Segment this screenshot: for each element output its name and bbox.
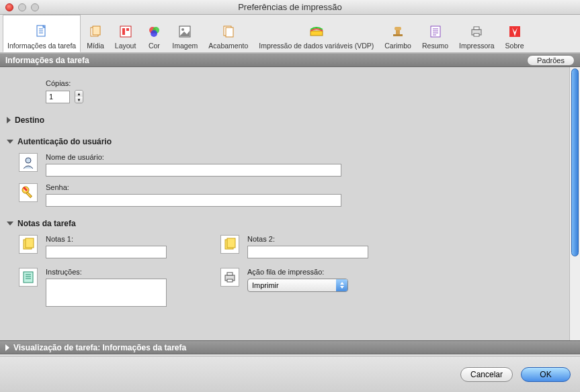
svg-rect-15: [226, 28, 233, 37]
tab-label: Imagem: [172, 42, 198, 50]
section-header: Informações da tarefa Padrões: [0, 53, 580, 67]
svg-point-13: [181, 28, 184, 31]
svg-rect-18: [396, 30, 400, 34]
media-icon: [88, 24, 103, 39]
tab-printer[interactable]: Impressora: [454, 15, 499, 52]
defaults-button[interactable]: Padrões: [527, 55, 575, 66]
instructions-icon: [19, 268, 38, 287]
svg-rect-19: [395, 27, 401, 30]
notas2-label: Notas 2:: [247, 235, 368, 243]
tab-label: Resumo: [422, 42, 448, 50]
group-destino[interactable]: Destino: [7, 115, 563, 125]
queue-label: Ação fila de impressão:: [247, 268, 348, 276]
tab-label: Acabamento: [208, 42, 248, 50]
content-area: Cópias: ▲ ▼ Destino Autenticação do usuá…: [0, 67, 580, 340]
svg-rect-26: [474, 27, 479, 30]
toolbar: Informações da tarefa Mídia Layout Cor I…: [0, 15, 580, 53]
svg-rect-6: [120, 26, 131, 37]
tab-finishing[interactable]: Acabamento: [204, 15, 253, 52]
tab-stamp[interactable]: Carimbo: [380, 15, 416, 52]
username-input[interactable]: [46, 164, 341, 177]
titlebar: Preferências de impressão: [0, 0, 580, 15]
user-icon: [19, 153, 38, 172]
tab-label: Mídia: [87, 42, 104, 50]
svg-rect-42: [227, 273, 233, 275]
about-icon: [507, 24, 522, 39]
stepper-up-icon[interactable]: ▲: [75, 91, 83, 97]
svg-point-11: [151, 30, 157, 37]
scrollbar[interactable]: [569, 67, 580, 340]
tab-vdp[interactable]: Impressão de dados variáveis (VDP): [254, 15, 378, 52]
notas1-input[interactable]: [46, 246, 167, 258]
notas1-label: Notas 1:: [46, 235, 167, 243]
tab-label: Cor: [149, 42, 160, 50]
print-queue-icon: [220, 268, 239, 287]
tab-label: Sobre: [505, 42, 524, 50]
chevron-down-icon: [7, 222, 13, 226]
finishing-icon: [221, 24, 236, 39]
svg-rect-20: [431, 26, 440, 37]
group-label: Autenticação do usuário: [17, 137, 112, 146]
scrollbar-thumb[interactable]: [571, 68, 579, 256]
cancel-button[interactable]: Cancelar: [460, 367, 513, 382]
preview-label: Visualização de tarefa: Informações da t…: [13, 343, 186, 352]
tab-info[interactable]: Informações da tarefa: [3, 15, 81, 52]
svg-rect-16: [310, 31, 323, 36]
tab-image[interactable]: Imagem: [167, 15, 202, 52]
svg-rect-5: [93, 26, 100, 35]
chevron-right-icon: [7, 117, 11, 124]
username-label: Nome de usuário:: [46, 153, 341, 161]
dialog-footer: Cancelar OK: [0, 356, 580, 392]
group-notas[interactable]: Notas da tarefa: [7, 219, 563, 228]
preview-bar[interactable]: Visualização de tarefa: Informações da t…: [0, 340, 580, 354]
group-auth[interactable]: Autenticação do usuário: [7, 137, 563, 146]
tab-summary[interactable]: Resumo: [417, 15, 453, 52]
layout-icon: [118, 24, 133, 39]
svg-point-29: [26, 158, 31, 163]
chevron-right-icon: [5, 344, 9, 351]
password-label: Senha:: [46, 183, 341, 191]
svg-rect-43: [227, 279, 233, 282]
svg-rect-34: [26, 238, 34, 248]
tab-about[interactable]: Sobre: [501, 15, 529, 52]
password-input[interactable]: [46, 194, 341, 207]
ok-button[interactable]: OK: [521, 367, 571, 382]
svg-rect-7: [122, 28, 125, 35]
tab-layout[interactable]: Layout: [110, 15, 141, 52]
tab-label: Impressora: [459, 42, 495, 50]
stamp-icon: [390, 24, 405, 39]
notes-icon: [220, 235, 239, 254]
image-icon: [177, 24, 192, 39]
group-label: Notas da tarefa: [17, 219, 76, 228]
copies-label: Cópias:: [46, 79, 563, 87]
printer-icon: [469, 24, 484, 39]
svg-rect-32: [26, 192, 32, 197]
copies-stepper[interactable]: ▲ ▼: [75, 90, 83, 103]
window-title: Preferências de impressão: [0, 2, 580, 12]
tab-label: Layout: [115, 42, 136, 50]
tab-media[interactable]: Mídia: [82, 15, 109, 52]
queue-select[interactable]: Imprimir: [247, 279, 348, 292]
svg-rect-36: [227, 238, 235, 248]
svg-rect-8: [126, 28, 129, 31]
summary-icon: [428, 24, 443, 39]
tab-label: Impressão de dados variáveis (VDP): [259, 42, 374, 50]
key-icon: [19, 183, 38, 202]
color-icon: [147, 24, 161, 39]
svg-rect-27: [474, 34, 479, 36]
copies-input[interactable]: [46, 91, 70, 103]
tab-color[interactable]: Cor: [142, 15, 166, 52]
tab-label: Carimbo: [384, 42, 411, 50]
svg-rect-37: [24, 272, 33, 283]
instrucoes-label: Instruções:: [46, 268, 167, 276]
tab-label: Informações da tarefa: [7, 42, 76, 50]
group-label: Destino: [15, 115, 44, 125]
notes-icon: [19, 235, 38, 254]
svg-rect-17: [393, 34, 403, 36]
chevron-down-icon: [7, 140, 13, 144]
stepper-down-icon[interactable]: ▼: [75, 97, 83, 103]
instrucoes-textarea[interactable]: [46, 279, 167, 307]
vdp-icon: [309, 24, 324, 39]
notas2-input[interactable]: [247, 246, 368, 258]
section-title: Informações da tarefa: [5, 56, 89, 65]
